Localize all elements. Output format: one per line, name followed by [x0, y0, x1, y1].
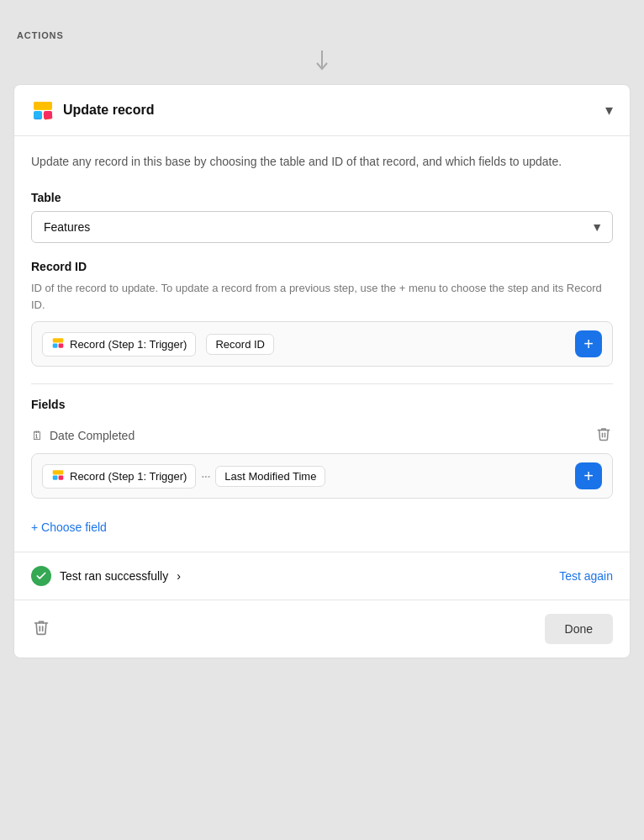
arrow-connector: [13, 50, 631, 74]
card-header-left: Update record: [31, 98, 154, 122]
test-success-arrow: ›: [177, 569, 181, 583]
test-success-section: Test ran successfully ›: [31, 566, 181, 586]
record-id-sublabel: ID of the record to update. To update a …: [31, 280, 613, 313]
field-item-header: 🗓 Date Completed: [31, 425, 613, 446]
record-id-token-row: Record (Step 1: Trigger) Record ID +: [31, 321, 613, 367]
last-modified-time-value[interactable]: Last Modified Time: [215, 466, 325, 487]
svg-rect-8: [53, 343, 58, 347]
table-select[interactable]: Features: [31, 211, 613, 243]
record-trigger-token-label: Record (Step 1: Trigger): [70, 338, 187, 351]
field-add-button[interactable]: +: [575, 462, 602, 489]
fields-section-label: Fields: [31, 398, 613, 411]
card-title: Update record: [63, 103, 154, 118]
svg-rect-9: [59, 343, 64, 347]
chevron-down-icon[interactable]: ▾: [605, 101, 613, 119]
field-item-name: 🗓 Date Completed: [31, 429, 135, 442]
date-completed-field-item: 🗓 Date Completed: [31, 425, 613, 499]
card-header: Update record ▾: [14, 85, 630, 136]
record-id-add-button[interactable]: +: [575, 330, 602, 357]
card-delete-button[interactable]: [31, 617, 51, 641]
done-button[interactable]: Done: [545, 614, 613, 644]
record-id-label: Record ID: [31, 260, 613, 273]
test-again-link[interactable]: Test again: [559, 569, 613, 583]
record-trigger-token[interactable]: Record (Step 1: Trigger): [42, 332, 196, 357]
update-record-card: Update record ▾ Update any record in thi…: [13, 84, 631, 658]
date-completed-label: Date Completed: [50, 429, 135, 442]
svg-rect-7: [53, 338, 64, 342]
choose-field-link[interactable]: + Choose field: [31, 520, 107, 534]
table-label: Table: [31, 191, 613, 204]
actions-header: ACTIONS: [13, 30, 64, 40]
table-section: Table Features ▼: [31, 191, 613, 243]
test-row: Test ran successfully › Test again: [31, 566, 613, 586]
success-check-icon: [31, 566, 51, 586]
action-footer: Done: [14, 600, 630, 658]
date-completed-delete-button[interactable]: [594, 425, 613, 446]
calendar-icon: 🗓: [31, 429, 43, 442]
svg-rect-6: [44, 111, 52, 119]
date-completed-token-row: Record (Step 1: Trigger) ··· Last Modifi…: [31, 453, 613, 499]
record-trigger-token-icon: [51, 336, 65, 352]
test-footer: Test ran successfully › Test again: [14, 552, 630, 600]
section-divider: [31, 383, 613, 384]
svg-rect-4: [34, 102, 52, 109]
svg-rect-5: [34, 111, 42, 119]
svg-rect-12: [59, 475, 64, 479]
card-description: Update any record in this base by choosi…: [31, 153, 613, 171]
airtable-logo-icon: [31, 98, 55, 122]
test-success-text[interactable]: Test ran successfully: [60, 569, 168, 583]
date-completed-trigger-token[interactable]: Record (Step 1: Trigger): [42, 464, 196, 489]
record-id-section: Record ID ID of the record to update. To…: [31, 260, 613, 367]
record-id-token-value[interactable]: Record ID: [206, 334, 274, 355]
table-select-wrapper: Features ▼: [31, 211, 613, 243]
field-token-separator: ···: [201, 470, 210, 483]
down-arrow-icon: [314, 50, 330, 74]
svg-rect-10: [53, 470, 64, 474]
date-completed-trigger-icon: [51, 468, 65, 484]
svg-rect-11: [53, 475, 58, 479]
date-completed-trigger-label: Record (Step 1: Trigger): [70, 470, 187, 483]
card-body: Update any record in this base by choosi…: [14, 136, 630, 552]
